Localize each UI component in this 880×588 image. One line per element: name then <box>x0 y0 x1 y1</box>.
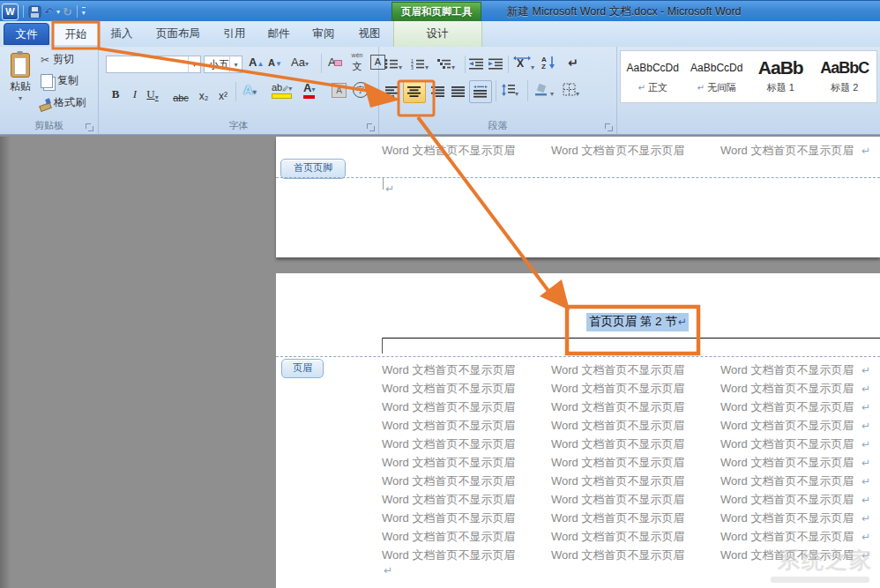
contextual-tool-title: 页眉和页脚工具 <box>401 6 473 17</box>
paragraph-group-label: 段落 <box>379 119 616 132</box>
word-application-window: W ↶▾ ↻ ▾ 页眉和页脚工具 新建 Microsoft Word 文档.do… <box>0 0 880 588</box>
document-area: Word 文档首页不显示页眉Word 文档首页不显示页眉Word 文档首页不显示… <box>0 137 880 588</box>
document-page-1[interactable]: Word 文档首页不显示页眉Word 文档首页不显示页眉Word 文档首页不显示… <box>276 137 880 257</box>
font-name-combo[interactable]: ▾ <box>106 56 201 73</box>
bullets-button[interactable]: ▾ <box>384 57 402 73</box>
style-card-heading2[interactable]: AaBbC 标题 2 <box>813 51 877 102</box>
tab-page-layout[interactable]: 页面布局 <box>145 23 212 45</box>
format-painter-button[interactable]: 格式刷 <box>39 95 86 110</box>
paste-label: 粘贴 <box>5 79 35 94</box>
paragraph-dialog-launcher-icon[interactable] <box>604 123 613 131</box>
phonetic-guide-button[interactable]: wén 文 <box>349 52 365 72</box>
asian-layout-button[interactable]: X▾ <box>513 56 534 73</box>
doc-text-row: Word 文档首页不显示页眉Word 文档首页不显示页眉Word 文档首页不显示… <box>382 490 870 509</box>
text-effects-button[interactable]: A▾ <box>243 82 257 97</box>
numbering-button[interactable]: 123▾ <box>411 57 429 73</box>
style-preview: AaBbC <box>813 58 877 81</box>
doc-text: Word 文档首页不显示页眉 <box>720 509 880 527</box>
align-right-button[interactable] <box>429 82 448 101</box>
decrease-indent-button[interactable] <box>469 57 484 73</box>
font-name-dropdown-icon[interactable]: ▾ <box>188 56 200 72</box>
watermark-text: 系统之家 <box>723 546 873 575</box>
document-page-2[interactable]: 首页页眉 第 2 节↵ 页眉 Word 文档首页不显示页眉Word 文档首页不显… <box>276 273 880 588</box>
save-icon[interactable] <box>28 5 41 19</box>
bold-button[interactable]: B <box>106 84 125 101</box>
site-watermark: 系统之家 <box>723 546 873 583</box>
separator <box>496 80 496 101</box>
superscript-button[interactable]: x² <box>213 85 233 102</box>
svg-text:3: 3 <box>411 65 414 70</box>
doc-text: Word 文档首页不显示页眉 <box>382 379 551 398</box>
tab-view[interactable]: 视图 <box>349 23 390 45</box>
style-preview: AaBbCcDd <box>621 58 685 81</box>
show-hide-marks-button[interactable]: ↵ <box>568 56 578 70</box>
doc-text: Word 文档首页不显示页眉 <box>720 453 880 472</box>
shading-button[interactable]: ▾ <box>534 83 554 100</box>
line-spacing-button[interactable]: ▾ <box>502 84 518 100</box>
header-tag: 页眉 <box>281 359 324 378</box>
borders-button[interactable]: ▾ <box>563 83 579 100</box>
font-dialog-launcher-icon[interactable] <box>366 123 375 131</box>
highlight-color-button[interactable]: ab🖊▾ <box>272 83 292 99</box>
shrink-font-button[interactable]: A▼ <box>268 57 282 68</box>
tab-references[interactable]: 引用 <box>215 23 254 45</box>
italic-button[interactable]: I <box>125 84 145 101</box>
redo-icon[interactable]: ↻ <box>63 5 72 19</box>
doc-text-row: Word 文档首页不显示页眉Word 文档首页不显示页眉Word 文档首页不显示… <box>382 416 870 435</box>
doc-text: Word 文档首页不显示页眉 <box>551 379 720 398</box>
paste-dropdown-icon[interactable]: ▾ <box>5 94 35 102</box>
doc-text: Word 文档首页不显示页眉 <box>551 416 720 435</box>
multilevel-list-button[interactable]: ▾ <box>437 57 455 73</box>
doc-text: Word 文档首页不显示页眉 <box>720 472 880 490</box>
paragraph-mark: ↵ <box>861 420 870 432</box>
underline-button[interactable]: U▾ <box>143 84 162 101</box>
copy-icon <box>41 74 53 88</box>
style-card-heading1[interactable]: AaBb 标题 1 <box>749 51 813 102</box>
paste-button[interactable]: 粘贴 ▾ <box>5 51 35 102</box>
tab-review[interactable]: 审阅 <box>303 23 344 45</box>
clear-formatting-button[interactable]: A <box>328 56 342 69</box>
increase-indent-button[interactable] <box>488 57 503 73</box>
selected-header-text[interactable]: 首页页眉 第 2 节↵ <box>586 313 689 331</box>
footer-boundary-dashed-line <box>276 177 880 178</box>
copy-button[interactable]: 复制 <box>41 73 78 88</box>
page2-body-rows: Word 文档首页不显示页眉Word 文档首页不显示页眉Word 文档首页不显示… <box>382 361 870 564</box>
tab-home[interactable]: 开始 <box>53 23 99 45</box>
word-logo-icon[interactable]: W <box>2 4 19 20</box>
qat-customize-icon[interactable]: ▾ <box>82 7 86 17</box>
clipboard-dialog-launcher-icon[interactable] <box>85 123 93 131</box>
tab-file[interactable]: 文件 <box>4 23 49 45</box>
change-case-button[interactable]: Aa▾ <box>291 56 309 69</box>
styles-gallery: AaBbCcDd ↵ 正文 AaBbCcDd ↵ 无间隔 AaBb 标题 1 A… <box>620 50 877 103</box>
justify-button[interactable] <box>449 82 468 101</box>
font-color-button[interactable]: A▾ <box>303 82 315 99</box>
tab-design[interactable]: 设计 <box>399 23 476 45</box>
separator <box>527 80 528 101</box>
style-card-normal[interactable]: AaBbCcDd ↵ 正文 <box>621 51 685 102</box>
grow-font-button[interactable]: A▲ <box>249 56 264 69</box>
subscript-button[interactable]: x₂ <box>194 85 213 102</box>
doc-text: Word 文档首页不显示页眉 <box>720 527 880 546</box>
undo-icon[interactable]: ↶ <box>44 5 54 19</box>
separator <box>465 56 466 73</box>
distributed-button[interactable] <box>469 80 492 103</box>
character-shading-button[interactable]: A <box>332 83 347 98</box>
doc-text: Word 文档首页不显示页眉 <box>551 361 720 379</box>
tab-insert[interactable]: 插入 <box>102 23 141 45</box>
style-card-no-spacing[interactable]: AaBbCcDd ↵ 无间隔 <box>685 51 749 102</box>
copy-label: 复制 <box>57 73 78 88</box>
enclose-characters-button[interactable]: 字 <box>353 82 369 98</box>
doc-text: Word 文档首页不显示页眉 <box>551 490 720 509</box>
strikethrough-button[interactable]: abc <box>171 86 190 103</box>
sort-button[interactable]: AZ <box>541 55 557 73</box>
format-painter-icon <box>39 97 51 109</box>
cut-button[interactable]: ✂ 剪切 <box>41 52 74 67</box>
tab-mailings[interactable]: 邮件 <box>259 23 298 45</box>
doc-text: Word 文档首页不显示页眉 <box>720 361 880 379</box>
align-left-button[interactable] <box>383 82 402 101</box>
align-center-button[interactable] <box>403 80 426 103</box>
paste-icon <box>11 53 30 78</box>
font-size-dropdown-icon[interactable]: ▾ <box>229 56 242 72</box>
undo-dropdown-icon[interactable]: ▾ <box>56 8 60 16</box>
font-size-combo[interactable]: 小五 ▾ <box>204 56 242 73</box>
